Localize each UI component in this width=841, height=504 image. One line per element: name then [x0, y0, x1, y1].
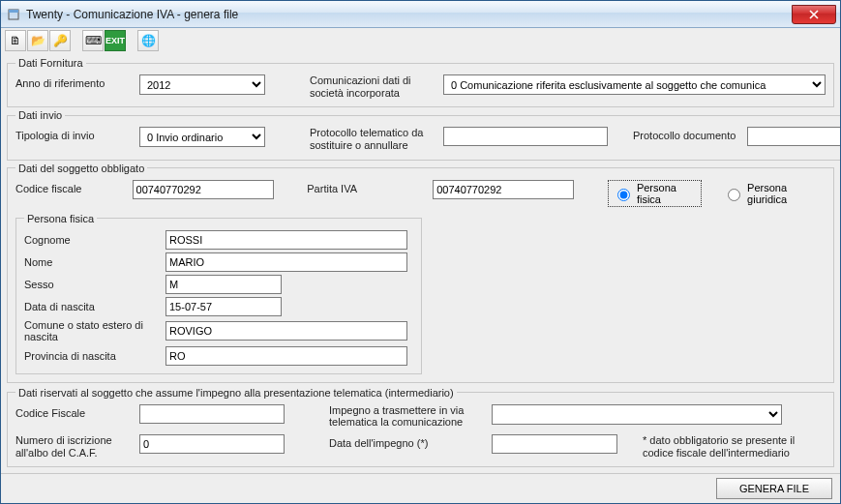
input-data-impegno[interactable] [492, 434, 617, 454]
radio-persona-fisica[interactable]: Persona fisica [608, 180, 702, 207]
app-window: Twenty - Comunicazione IVA - genera file… [0, 0, 841, 504]
keyboard-icon: ⌨ [85, 34, 102, 47]
input-codice-fiscale[interactable] [133, 180, 274, 199]
input-sesso[interactable] [165, 275, 282, 294]
label-partita-iva: Partita IVA [307, 180, 425, 194]
svg-rect-1 [9, 10, 18, 13]
select-tipologia[interactable]: 0 Invio ordinario [139, 127, 265, 147]
select-impegno[interactable] [492, 404, 782, 425]
legend-persona: Persona fisica [24, 213, 97, 224]
label-cognome: Cognome [24, 234, 160, 246]
label-provincia: Provincia di nascita [24, 350, 160, 362]
footer: GENERA FILE [1, 473, 840, 503]
label-data-impegno: Data dell'impegno (*) [329, 434, 484, 449]
legend-fornitura: Dati Fornitura [15, 57, 86, 69]
radio-input-fisica[interactable] [617, 189, 630, 201]
group-persona-fisica: Persona fisica Cognome Nome Sesso Data d… [15, 213, 422, 374]
folder-open-icon: 📂 [31, 34, 45, 47]
label-data-nascita: Data di nascita [24, 301, 160, 312]
radio-group-persona: Persona fisica Persona giuridica [608, 180, 826, 207]
group-fornitura: Dati Fornitura Anno di riferimento 2012 … [7, 57, 834, 107]
key-icon: 🔑 [53, 34, 68, 47]
note-intermediario: * dato obbligatorio se presente il codic… [643, 434, 826, 459]
label-int-cf: Codice Fiscale [15, 404, 132, 419]
input-nome[interactable] [165, 252, 407, 272]
input-protocollo-doc[interactable] [747, 127, 840, 146]
label-nome: Nome [24, 256, 160, 268]
legend-intermediario: Dati riservati al soggetto che assume l'… [15, 387, 457, 399]
input-provincia[interactable] [165, 346, 407, 366]
radio-label-giuridica: Persona giuridica [747, 182, 822, 205]
input-partita-iva[interactable] [433, 180, 574, 199]
toolbar: 🗎 📂 🔑 ⌨ EXIT 🌐 [1, 28, 840, 53]
label-protocollo-doc: Protocollo documento [633, 127, 739, 141]
legend-invio: Dati invio [15, 109, 65, 121]
open-button[interactable]: 📂 [27, 30, 48, 51]
globe-button[interactable]: 🌐 [137, 30, 159, 51]
input-protocollo-tel[interactable] [443, 127, 608, 146]
input-cognome[interactable] [165, 230, 407, 250]
label-comunicazioni: Comunicazioni dati di società incorporat… [310, 74, 436, 99]
titlebar: Twenty - Comunicazione IVA - genera file [1, 1, 840, 28]
key-button[interactable]: 🔑 [49, 30, 71, 51]
window-title: Twenty - Comunicazione IVA - genera file [26, 8, 238, 21]
group-intermediario: Dati riservati al soggetto che assume l'… [7, 387, 834, 468]
select-comunicazioni[interactable]: 0 Comunicazione riferita esclusivamente … [443, 74, 826, 95]
keyboard-button[interactable]: ⌨ [82, 30, 104, 51]
label-comune: Comune o stato estero di nascita [24, 319, 160, 343]
close-icon [809, 10, 819, 19]
exit-icon: EXIT [105, 36, 125, 45]
new-document-button[interactable]: 🗎 [5, 30, 26, 51]
window-icon [7, 8, 20, 21]
close-button[interactable] [792, 5, 836, 24]
input-comune[interactable] [165, 321, 407, 341]
label-impegno: Impegno a trasmettere in via telematica … [329, 404, 484, 429]
radio-persona-giuridica[interactable]: Persona giuridica [719, 181, 826, 206]
select-anno[interactable]: 2012 [139, 74, 265, 95]
input-numero[interactable] [139, 434, 285, 454]
group-invio: Dati invio Tipologia di invio 0 Invio or… [7, 109, 840, 160]
label-tipologia: Tipologia di invio [15, 127, 132, 141]
group-soggetto: Dati del soggetto obbligato Codice fisca… [7, 163, 834, 383]
label-anno: Anno di riferimento [15, 74, 132, 89]
label-numero: Numero di iscrizione all'albo del C.A.F. [15, 434, 132, 459]
radio-input-giuridica[interactable] [728, 189, 740, 201]
radio-label-fisica: Persona fisica [637, 182, 697, 205]
label-codice-fiscale: Codice fiscale [15, 180, 125, 194]
document-icon: 🗎 [10, 34, 21, 47]
input-data-nascita[interactable] [165, 297, 282, 316]
content-area: Dati Fornitura Anno di riferimento 2012 … [1, 53, 840, 473]
exit-button[interactable]: EXIT [105, 30, 126, 51]
genera-file-button[interactable]: GENERA FILE [716, 478, 832, 499]
label-protocollo-tel: Protocollo telematico da sostituire o an… [310, 127, 436, 151]
label-sesso: Sesso [24, 279, 160, 290]
legend-soggetto: Dati del soggetto obbligato [15, 163, 147, 174]
globe-icon: 🌐 [141, 34, 156, 47]
input-int-cf[interactable] [139, 404, 285, 424]
